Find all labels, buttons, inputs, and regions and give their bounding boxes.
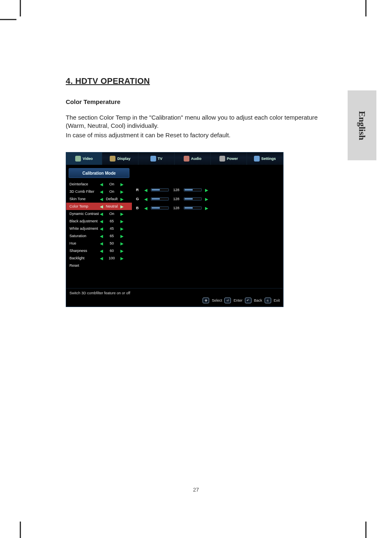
menu-item-dynamic-contrast[interactable]: Dynamic Contrast◀On▶ bbox=[66, 210, 132, 217]
menu-item-black-adjustment[interactable]: Black adjustment◀65▶ bbox=[66, 217, 132, 225]
footer-label-enter: Enter bbox=[233, 298, 242, 302]
arrow-right-icon[interactable]: ▶ bbox=[120, 226, 124, 231]
arrow-left-icon[interactable]: ◀ bbox=[100, 241, 103, 246]
menu-item-label: Reset bbox=[69, 263, 98, 268]
menu-item-value: 60 bbox=[105, 249, 119, 253]
settings-icon bbox=[254, 156, 260, 162]
rgb-slider-r[interactable]: R◀128▶ bbox=[136, 185, 279, 194]
arrow-left-icon[interactable]: ◀ bbox=[100, 212, 103, 216]
arrow-right-icon[interactable]: ▶ bbox=[120, 189, 124, 194]
arrow-left-icon[interactable]: ◀ bbox=[100, 226, 103, 231]
slider-channel-label: G bbox=[136, 197, 141, 201]
osd-tab-settings[interactable]: Settings bbox=[247, 152, 283, 165]
menu-item-value: Default bbox=[105, 197, 119, 201]
arrow-left-icon[interactable]: ◀ bbox=[100, 189, 103, 194]
arrow-right-icon[interactable]: ▶ bbox=[205, 206, 208, 210]
menu-item-sharpness[interactable]: Sharpness◀60▶ bbox=[66, 247, 132, 254]
arrow-left-icon[interactable]: ◀ bbox=[100, 204, 103, 209]
menu-item-skin-tone[interactable]: Skin Tone◀Default▶ bbox=[66, 195, 132, 203]
osd-menu: VideoDisplayTVAudioPowerSettings Calibra… bbox=[66, 152, 284, 307]
menu-item-value: Neutral bbox=[105, 204, 119, 208]
arrow-right-icon[interactable]: ▶ bbox=[120, 182, 124, 187]
language-label: English bbox=[357, 111, 367, 140]
arrow-right-icon[interactable]: ▶ bbox=[120, 204, 124, 209]
osd-tab-video[interactable]: Video bbox=[66, 152, 102, 165]
menu-item-label: Black adjustment bbox=[69, 219, 98, 223]
osd-tab-power[interactable]: Power bbox=[211, 152, 247, 165]
power-icon bbox=[219, 156, 225, 162]
menu-item-label: Saturation bbox=[69, 234, 98, 238]
arrow-left-icon[interactable]: ◀ bbox=[100, 182, 103, 187]
menu-item-value: 45 bbox=[105, 226, 119, 231]
osd-right-panel: R◀128▶G◀128▶B◀128▶ bbox=[132, 165, 283, 288]
menu-item-color-temp[interactable]: Color Temp◀Neutral▶ bbox=[66, 203, 132, 210]
menu-item-value: On bbox=[105, 189, 119, 194]
arrow-left-icon[interactable]: ◀ bbox=[100, 197, 103, 201]
menu-item-label: Deinterlace bbox=[69, 182, 98, 186]
enter-key-icon: ⏎ bbox=[224, 298, 231, 303]
osd-tab-label: Video bbox=[83, 157, 92, 161]
osd-tab-display[interactable]: Display bbox=[102, 152, 138, 165]
menu-item-label: White adjustment bbox=[69, 226, 98, 231]
document-body: 4. HDTV OPERATION Color Temperature The … bbox=[66, 76, 329, 141]
section-subheading: Color Temperature bbox=[66, 98, 329, 105]
menu-item-label: Skin Tone bbox=[69, 197, 98, 201]
arrow-right-icon[interactable]: ▶ bbox=[205, 197, 208, 201]
arrow-right-icon[interactable]: ▶ bbox=[120, 234, 124, 238]
video-icon bbox=[75, 156, 81, 162]
back-key-icon: ↶ bbox=[245, 298, 251, 303]
footer-label-exit: Exit bbox=[274, 298, 280, 302]
exit-key-icon: ⎋ bbox=[265, 298, 271, 303]
menu-item-backlight[interactable]: Backlight◀100▶ bbox=[66, 254, 132, 262]
section-heading: 4. HDTV OPERATION bbox=[66, 76, 329, 86]
rgb-slider-b[interactable]: B◀128▶ bbox=[136, 203, 279, 212]
arrow-right-icon[interactable]: ▶ bbox=[120, 212, 124, 216]
arrow-right-icon[interactable]: ▶ bbox=[120, 241, 124, 246]
osd-footer: ✥Select⏎Enter↶Back⎋Exit bbox=[66, 296, 283, 307]
arrow-left-icon[interactable]: ◀ bbox=[100, 249, 103, 253]
osd-tab-audio[interactable]: Audio bbox=[175, 152, 211, 165]
menu-item-value: On bbox=[105, 212, 119, 216]
arrow-left-icon[interactable]: ◀ bbox=[100, 256, 103, 261]
menu-item-hue[interactable]: Hue◀50▶ bbox=[66, 240, 132, 247]
select-key-icon: ✥ bbox=[203, 298, 209, 303]
arrow-right-icon[interactable]: ▶ bbox=[120, 219, 124, 224]
arrow-left-icon[interactable]: ◀ bbox=[144, 188, 148, 192]
menu-item-value: 65 bbox=[105, 234, 119, 238]
osd-tab-label: TV bbox=[158, 157, 163, 161]
osd-tab-label: Power bbox=[227, 157, 238, 161]
arrow-left-icon[interactable]: ◀ bbox=[100, 234, 103, 238]
arrow-left-icon[interactable]: ◀ bbox=[144, 197, 148, 201]
menu-item-value: 50 bbox=[105, 241, 119, 245]
menu-item-reset[interactable]: Reset bbox=[66, 262, 132, 269]
slider-bar-right bbox=[184, 188, 202, 192]
slider-value: 128 bbox=[172, 188, 180, 192]
arrow-left-icon[interactable]: ◀ bbox=[100, 219, 103, 224]
calibration-mode-header: Calibration Mode bbox=[69, 168, 129, 178]
rgb-slider-g[interactable]: G◀128▶ bbox=[136, 194, 279, 203]
footer-label-back: Back bbox=[254, 298, 262, 302]
osd-tab-label: Display bbox=[117, 157, 130, 161]
menu-item-deinterlace[interactable]: Deinterlace◀On▶ bbox=[66, 180, 132, 188]
display-icon bbox=[110, 156, 115, 162]
arrow-right-icon[interactable]: ▶ bbox=[120, 249, 124, 253]
osd-tabs: VideoDisplayTVAudioPowerSettings bbox=[66, 152, 283, 165]
arrow-left-icon[interactable]: ◀ bbox=[144, 206, 148, 210]
arrow-right-icon[interactable]: ▶ bbox=[120, 197, 124, 201]
slider-bar-left bbox=[151, 197, 169, 201]
osd-hint-text: Switch 3D combfilter feature on or off bbox=[66, 288, 283, 296]
slider-channel-label: R bbox=[136, 188, 141, 192]
menu-item-value: 65 bbox=[105, 219, 119, 223]
menu-item-value: On bbox=[105, 182, 119, 186]
osd-tab-tv[interactable]: TV bbox=[138, 152, 175, 165]
menu-item-white-adjustment[interactable]: White adjustment◀45▶ bbox=[66, 225, 132, 232]
slider-bar-right bbox=[184, 197, 202, 201]
arrow-right-icon[interactable]: ▶ bbox=[120, 256, 124, 261]
slider-bar-left bbox=[151, 188, 169, 192]
slider-bar-right bbox=[184, 206, 202, 210]
menu-item-value: 100 bbox=[105, 256, 119, 260]
arrow-right-icon[interactable]: ▶ bbox=[205, 188, 208, 192]
menu-item-saturation[interactable]: Saturation◀65▶ bbox=[66, 232, 132, 240]
menu-item-label: Color Temp bbox=[69, 204, 98, 208]
menu-item-3d-comb-filter[interactable]: 3D Comb Filter◀On▶ bbox=[66, 188, 132, 195]
